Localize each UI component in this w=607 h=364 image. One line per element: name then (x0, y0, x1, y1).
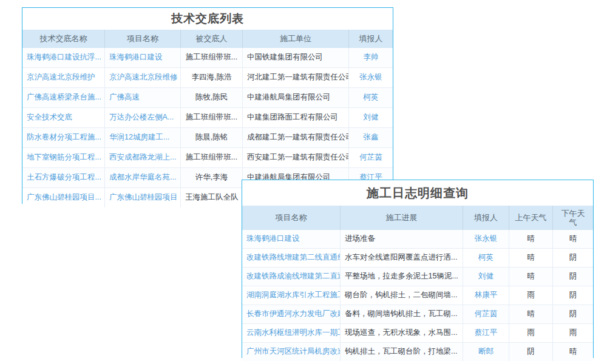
disclosure-name-cell[interactable]: 珠海鹤港口建设抗浮... (22, 48, 105, 67)
morning-weather-cell: 雨 (509, 286, 553, 305)
morning-weather-cell: 晴 (509, 230, 553, 248)
table-row: 长春市伊通河水力发电厂改建 备料，砌间墙钩机排土，瓦工砌... 何芷茵 晴 阴 (242, 305, 593, 324)
project-name-cell[interactable]: 京沪高速北京段维修 (105, 68, 181, 87)
construction-unit-cell: 中国铁建集团有限公司 (243, 48, 349, 67)
morning-weather-cell: 晴 (509, 268, 553, 286)
afternoon-weather-cell: 阴 (553, 305, 593, 323)
construction-unit-cell: 成都建工第一建筑有限责任公司 (243, 128, 349, 147)
morning-weather-cell: 晴 (509, 249, 553, 267)
reporter-cell[interactable]: 张鑫 (349, 128, 393, 147)
construction-unit-cell: 中建港航局集团有限公司 (243, 88, 349, 107)
reporter-cell[interactable]: 柯英 (349, 88, 393, 107)
reporter-cell[interactable]: 断郎 (463, 343, 509, 361)
disclosure-name-cell[interactable]: 广东佛山碧桂园项目... (22, 188, 105, 207)
disclosure-name-cell[interactable]: 广佛高速桥梁承台施... (22, 88, 105, 107)
reporter-cell[interactable]: 张永银 (463, 230, 509, 248)
project-name-cell[interactable]: 改建铁路成渝线增建第二直通线 (242, 268, 341, 286)
reporter-cell[interactable]: 柯英 (463, 249, 509, 267)
construction-log-header-row: 项目名称 施工进展 填报人 上午天气 下午天气 (242, 206, 593, 230)
receiver-cell: 施工班组带班... (181, 148, 243, 167)
column-header-morning-weather: 上午天气 (509, 206, 553, 230)
reporter-cell[interactable]: 刘健 (463, 268, 509, 286)
receiver-cell: 许华,李海 (181, 168, 243, 187)
table-row: 地下室钢筋分项工程... 西安成都路龙湖上... 施工班组带班... 西安建工第… (22, 148, 393, 168)
project-name-cell[interactable]: 云南水利枢纽潜明水库一期工程 (242, 324, 341, 342)
progress-cell: 备料，砌间墙钩机排土，瓦工砌... (341, 305, 463, 323)
reporter-cell[interactable]: 刘健 (349, 108, 393, 127)
progress-cell: 现场巡查，无积水现象，水马围... (341, 324, 463, 342)
table-row: 改建铁路线增建第二线直通线 水车对全线遮阳网覆盖点进行洒... 柯英 晴 阴 (242, 249, 593, 268)
column-header-reporter: 填报人 (349, 30, 393, 48)
table-row: 京沪高速北京段维护 京沪高速北京段维修 李四海,陈浩 河北建工第一建筑有限责任公… (22, 68, 393, 88)
column-header-disclosure-name: 技术交底名称 (22, 30, 105, 48)
project-name-cell[interactable]: 珠海鹤港口建设 (105, 48, 181, 67)
tech-disclosure-title: 技术交底列表 (22, 8, 393, 30)
construction-unit-cell: 西安建工第一建筑有限责任公司 (243, 148, 349, 167)
afternoon-weather-cell: 阴 (553, 286, 593, 305)
table-row: 珠海鹤港口建设 进场准备 张永银 晴 晴 (242, 230, 593, 249)
column-header-project-name: 项目名称 (105, 30, 181, 48)
column-header-construction-unit: 施工单位 (243, 30, 349, 48)
afternoon-weather-cell: 阴 (553, 249, 593, 267)
project-name-cell[interactable]: 长春市伊通河水力发电厂改建 (242, 305, 341, 323)
column-header-receiver: 被交底人 (181, 30, 243, 48)
table-row: 珠海鹤港口建设抗浮... 珠海鹤港口建设 施工班组带班... 中国铁建集团有限公… (22, 48, 393, 68)
project-name-cell[interactable]: 成都水岸华庭名苑... (105, 168, 181, 187)
disclosure-name-cell[interactable]: 防水卷材分项工程施... (22, 128, 105, 147)
disclosure-name-cell[interactable]: 京沪高速北京段维护 (22, 68, 105, 87)
afternoon-weather-cell: 雨 (553, 324, 593, 342)
column-header-project-name: 项目名称 (242, 206, 341, 230)
project-name-cell[interactable]: 湖南洞庭湖水库引水工程施工 (242, 286, 341, 305)
table-row: 改建铁路成渝线增建第二直通线 平整场地，拉走多余泥土15辆泥... 刘健 晴 阴 (242, 268, 593, 286)
receiver-cell: 施工班组带班... (181, 108, 243, 127)
morning-weather-cell: 晴 (509, 305, 553, 323)
afternoon-weather-cell: 阴 (553, 268, 593, 286)
table-row: 安全技术交底 万达办公楼左侧A... 施工班组带班... 中建集团路面工程有限公… (22, 108, 393, 128)
construction-unit-cell: 河北建工第一建筑有限责任公司 (243, 68, 349, 87)
morning-weather-cell: 阴 (509, 343, 553, 361)
table-row: 防水卷材分项工程施... 华润12城房建工... 陈晨,陈铭 成都建工第一建筑有… (22, 128, 393, 148)
table-row: 云南水利枢纽潜明水库一期工程 现场巡查，无积水现象，水马围... 蔡江平 雨 雨 (242, 324, 593, 343)
construction-log-title: 施工日志明细查询 (242, 180, 593, 206)
project-name-cell[interactable]: 广州市天河区统计局机房改造 (242, 343, 341, 361)
project-name-cell[interactable]: 珠海鹤港口建设 (242, 230, 341, 248)
reporter-cell[interactable]: 林康平 (463, 286, 509, 305)
disclosure-name-cell[interactable]: 安全技术交底 (22, 108, 105, 127)
reporter-cell[interactable]: 何芷茵 (463, 305, 509, 323)
project-name-cell[interactable]: 华润12城房建工... (105, 128, 181, 147)
project-name-cell[interactable]: 万达办公楼左侧A... (105, 108, 181, 127)
morning-weather-cell: 雨 (509, 324, 553, 342)
project-name-cell[interactable]: 西安成都路龙湖上... (105, 148, 181, 167)
receiver-cell: 陈晨,陈铭 (181, 128, 243, 147)
column-header-reporter: 填报人 (463, 206, 509, 230)
progress-cell: 砌台阶，钩机排土，二包砌间墙... (341, 286, 463, 305)
progress-cell: 水车对全线遮阳网覆盖点进行洒... (341, 249, 463, 267)
table-row: 广州市天河区统计局机房改造 钩机排土，瓦工砌台阶，打地梁... 断郎 阴 晴 (242, 343, 593, 361)
receiver-cell: 李四海,陈浩 (181, 68, 243, 87)
disclosure-name-cell[interactable]: 土石方爆破分项工程... (22, 168, 105, 187)
column-header-progress: 施工进展 (341, 206, 463, 230)
project-name-cell[interactable]: 广佛高速 (105, 88, 181, 107)
project-name-cell[interactable]: 改建铁路线增建第二线直通线 (242, 249, 341, 267)
afternoon-weather-cell: 晴 (553, 230, 593, 248)
tech-disclosure-header-row: 技术交底名称 项目名称 被交底人 施工单位 填报人 (22, 30, 393, 48)
tech-disclosure-panel: 技术交底列表 技术交底名称 项目名称 被交底人 施工单位 填报人 珠海鹤港口建设… (22, 7, 393, 204)
receiver-cell: 施工班组带班... (181, 48, 243, 67)
progress-cell: 进场准备 (341, 230, 463, 248)
table-row: 广佛高速桥梁承台施... 广佛高速 陈牧,陈民 中建港航局集团有限公司 柯英 (22, 88, 393, 108)
project-name-cell[interactable]: 广东佛山碧桂园项目 (105, 188, 181, 207)
reporter-cell[interactable]: 何芷茵 (349, 148, 393, 167)
reporter-cell[interactable]: 张永银 (349, 68, 393, 87)
column-header-afternoon-weather: 下午天气 (553, 206, 593, 230)
reporter-cell[interactable]: 蔡江平 (463, 324, 509, 342)
receiver-cell: 王海施工队全队 (181, 188, 243, 207)
afternoon-weather-cell: 晴 (553, 343, 593, 361)
progress-cell: 平整场地，拉走多余泥土15辆泥... (341, 268, 463, 286)
table-row: 湖南洞庭湖水库引水工程施工 砌台阶，钩机排土，二包砌间墙... 林康平 雨 阴 (242, 286, 593, 305)
receiver-cell: 陈牧,陈民 (181, 88, 243, 107)
disclosure-name-cell[interactable]: 地下室钢筋分项工程... (22, 148, 105, 167)
construction-unit-cell: 中建集团路面工程有限公司 (243, 108, 349, 127)
construction-log-panel: 施工日志明细查询 项目名称 施工进展 填报人 上午天气 下午天气 珠海鹤港口建设… (242, 180, 594, 358)
reporter-cell[interactable]: 李帅 (349, 48, 393, 67)
progress-cell: 钩机排土，瓦工砌台阶，打地梁... (341, 343, 463, 361)
